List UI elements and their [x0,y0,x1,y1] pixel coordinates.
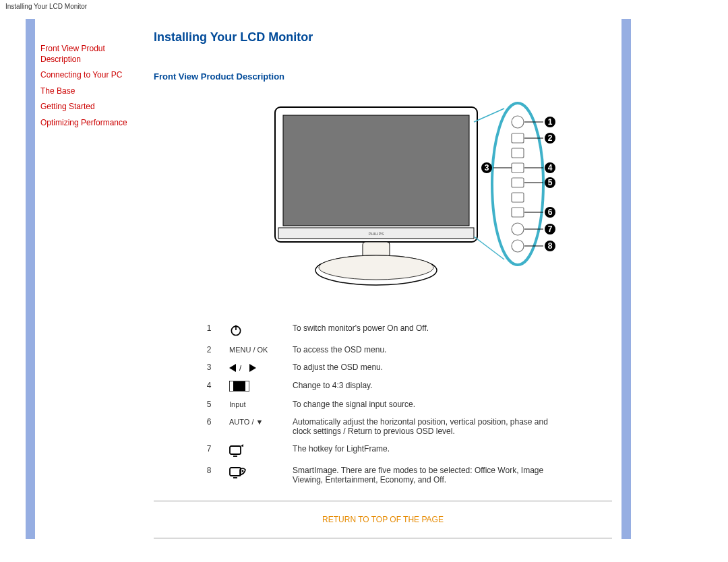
svg-text:2: 2 [548,133,553,143]
main-content: Installing Your LCD Monitor Front View P… [154,30,612,539]
decor-bar-right [621,19,631,539]
svg-point-16 [512,223,524,235]
symbol-text: AUTO / ▼ [229,418,263,426]
svg-text:3: 3 [485,163,489,173]
page-title: Installing Your LCD Monitor [154,30,612,44]
divider-1 [154,501,612,501]
control-number: 5 [194,396,224,413]
svg-line-6 [474,108,504,122]
control-desc: Automatically adjust the horizontal posi… [287,413,572,440]
divider-2 [154,538,612,538]
svg-point-5 [319,255,433,280]
sidebar-item-optimizing[interactable]: Optimizing Performance [40,118,145,129]
svg-rect-51 [230,446,241,454]
svg-text:7: 7 [548,224,553,234]
svg-text:8: 8 [548,241,553,251]
table-row: 4Change to 4:3 display. [194,377,572,396]
svg-text:/: / [239,364,242,372]
control-symbol [224,377,287,396]
control-number: 1 [194,319,224,341]
svg-text:6: 6 [548,208,553,217]
svg-rect-13 [512,178,524,187]
sidebar-item-front-view[interactable]: Front View Produt Description [40,44,145,65]
return-top-link[interactable]: RETURN TO TOP OF THE PAGE [154,515,612,524]
control-symbol: Input [224,396,287,413]
control-number: 2 [194,341,224,358]
section-front-title: Front View Product Description [154,71,612,82]
control-desc: To change the signal input source. [287,396,572,413]
table-row: 7The hotkey for LightFrame. [194,440,572,462]
control-number: 6 [194,413,224,440]
page-wrap: Installing Your LCD Monitor Front View P… [0,0,728,539]
control-desc: The hotkey for LightFrame. [287,440,572,462]
doc-header: Installing Your LCD Monitor [0,0,728,13]
svg-rect-1 [283,115,469,226]
control-desc: Change to 4:3 display. [287,377,572,396]
control-desc: To access the OSD menu. [287,341,572,358]
sidebar-nav: Front View Produt Description Connecting… [40,44,145,134]
smartimage-icon [229,466,247,479]
decor-bar-left [26,19,35,539]
control-symbol [224,462,287,489]
svg-rect-12 [512,163,524,173]
control-symbol [224,440,287,462]
controls-table: 1To switch monitor's power On and Off.2M… [194,319,572,489]
aspect-icon [229,381,249,392]
svg-point-9 [512,116,524,128]
table-row: 6AUTO / ▼Automatically adjust the horizo… [194,413,572,440]
control-symbol: / [224,358,287,377]
svg-rect-48 [233,381,245,391]
table-row: 1To switch monitor's power On and Off. [194,319,572,341]
svg-text:4: 4 [548,163,553,173]
svg-rect-14 [512,193,524,202]
table-row: 8SmartImage. There are five modes to be … [194,462,572,489]
sidebar-item-getting[interactable]: Getting Started [40,102,145,113]
front-view-figure: PHILIPS [194,95,572,299]
symbol-text: MENU / OK [229,346,268,354]
arrows-icon: / [229,363,256,373]
control-symbol: MENU / OK [224,341,287,358]
control-desc: SmartImage. There are five modes to be s… [287,462,572,489]
control-number: 3 [194,358,224,377]
control-number: 7 [194,440,224,462]
power-icon [229,323,243,337]
svg-marker-46 [249,364,256,372]
table-row: 5InputTo change the signal input source. [194,396,572,413]
svg-rect-15 [512,208,524,217]
sidebar-item-connecting[interactable]: Connecting to Your PC [40,70,145,81]
svg-marker-50 [246,383,249,389]
control-symbol: AUTO / ▼ [224,413,287,440]
control-symbol [224,319,287,341]
control-desc: To adjust the OSD menu. [287,358,572,377]
svg-rect-10 [512,133,524,143]
control-number: 4 [194,377,224,396]
lightframe-icon [229,444,244,458]
svg-rect-11 [512,148,524,158]
table-row: 3/To adjust the OSD menu. [194,358,572,377]
table-row: 2MENU / OKTo access the OSD menu. [194,341,572,358]
sidebar-item-base[interactable]: The Base [40,86,145,97]
svg-marker-44 [229,364,236,372]
control-desc: To switch monitor's power On and Off. [287,319,572,341]
monitor-brand: PHILIPS [368,232,384,236]
svg-point-55 [242,470,244,472]
svg-text:5: 5 [548,178,553,187]
symbol-text: Input [229,400,245,408]
svg-text:1: 1 [548,117,553,127]
svg-rect-53 [230,468,241,476]
svg-marker-49 [230,383,233,389]
control-number: 8 [194,462,224,489]
svg-point-17 [512,240,524,252]
